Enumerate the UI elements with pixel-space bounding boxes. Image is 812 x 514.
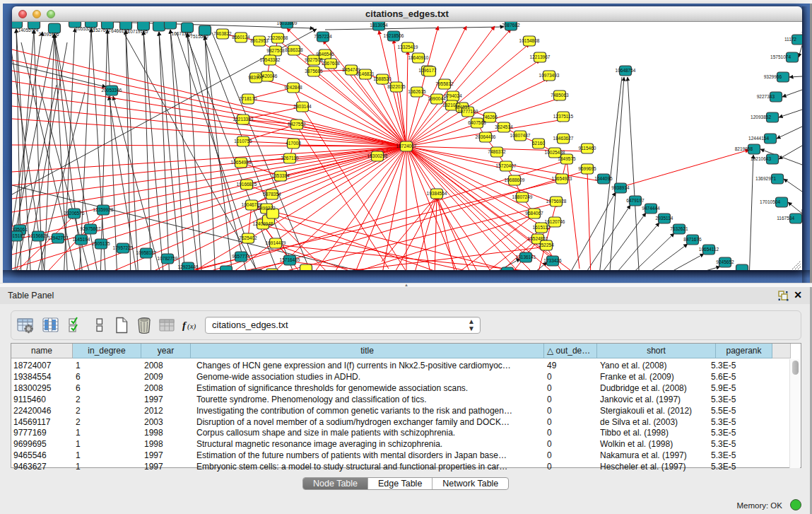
- svg-text:23226058: 23226058: [268, 35, 288, 40]
- svg-text:9657771: 9657771: [232, 254, 250, 259]
- svg-text:9827508: 9827508: [266, 48, 285, 53]
- svg-text:6407568: 6407568: [468, 120, 486, 125]
- svg-text:20364436: 20364436: [476, 134, 496, 139]
- svg-text:12942757: 12942757: [48, 235, 69, 240]
- svg-text:12213967: 12213967: [530, 54, 551, 59]
- svg-text:8322035: 8322035: [387, 84, 406, 89]
- svg-text:9699695: 9699695: [578, 166, 596, 171]
- svg-text:(x): (x): [187, 322, 196, 331]
- svg-text:1362615: 1362615: [408, 89, 426, 94]
- svg-text:3624514: 3624514: [495, 124, 513, 129]
- svg-text:20091406: 20091406: [39, 32, 59, 37]
- svg-text:62160: 62160: [532, 141, 545, 146]
- svg-text:18724007: 18724007: [396, 144, 417, 148]
- svg-text:9242848: 9242848: [284, 85, 302, 90]
- svg-text:1096177: 1096177: [418, 68, 437, 73]
- svg-text:12359928: 12359928: [93, 207, 114, 212]
- svg-text:2935114: 2935114: [656, 216, 673, 221]
- svg-text:10210643: 10210643: [751, 156, 771, 161]
- svg-text:20053346: 20053346: [102, 88, 122, 93]
- svg-text:9245652: 9245652: [716, 259, 734, 264]
- svg-text:9329966: 9329966: [764, 74, 782, 79]
- svg-text:18463627: 18463627: [553, 136, 574, 141]
- svg-text:1813054: 1813054: [370, 23, 388, 28]
- svg-text:18300295: 18300295: [367, 153, 388, 158]
- svg-text:2803144: 2803144: [293, 104, 312, 109]
- svg-text:2367608: 2367608: [322, 61, 340, 66]
- svg-text:7463822: 7463822: [213, 31, 232, 36]
- svg-text:10782759: 10782759: [158, 256, 178, 261]
- svg-text:12375115: 12375115: [553, 114, 574, 119]
- svg-text:12444154: 12444154: [748, 136, 769, 141]
- svg-text:5878354: 5878354: [263, 192, 281, 197]
- svg-text:15716485: 15716485: [280, 257, 300, 262]
- svg-text:746266: 746266: [482, 115, 498, 119]
- svg-text:11172: 11172: [784, 37, 796, 42]
- svg-text:5498222: 5498222: [257, 206, 276, 211]
- svg-text:10154808: 10154808: [519, 38, 540, 43]
- svg-text:8427552: 8427552: [288, 122, 306, 127]
- svg-text:16033809: 16033809: [277, 22, 298, 25]
- svg-text:10688609: 10688609: [505, 177, 525, 182]
- svg-text:10654112: 10654112: [699, 247, 719, 252]
- svg-text:14055724: 14055724: [18, 28, 39, 33]
- svg-text:3267110: 3267110: [281, 156, 299, 160]
- svg-text:7486372: 7486372: [488, 149, 506, 154]
- svg-text:13654923: 13654923: [552, 176, 572, 181]
- svg-text:1733426: 1733426: [543, 258, 562, 263]
- svg-text:7632621: 7632621: [670, 226, 688, 231]
- svg-text:16671355: 16671355: [172, 31, 192, 36]
- svg-text:1010755: 1010755: [234, 139, 252, 144]
- svg-text:13692971: 13692971: [755, 176, 776, 181]
- svg-text:19384554: 19384554: [427, 191, 447, 196]
- svg-text:10543382: 10543382: [260, 57, 281, 62]
- svg-text:1167534: 1167534: [777, 216, 794, 221]
- svg-text:8471676: 8471676: [683, 237, 702, 242]
- svg-text:12923446: 12923446: [178, 264, 199, 269]
- svg-text:12409948: 12409948: [253, 221, 273, 226]
- svg-text:12093852: 12093852: [751, 115, 771, 119]
- svg-text:6479197: 6479197: [626, 198, 645, 203]
- svg-text:12156829: 12156829: [28, 233, 49, 238]
- svg-text:17010504: 17010504: [760, 199, 780, 204]
- svg-text:7485063: 7485063: [551, 93, 569, 98]
- svg-text:9938914: 9938914: [611, 185, 630, 190]
- svg-text:2505135: 2505135: [92, 241, 110, 246]
- svg-text:19218506: 19218506: [384, 33, 404, 38]
- svg-text:14524851: 14524851: [528, 236, 548, 241]
- svg-text:1644095: 1644095: [594, 176, 613, 181]
- svg-text:10807487: 10807487: [510, 133, 531, 138]
- svg-text:9227343: 9227343: [757, 94, 775, 99]
- svg-text:18640910: 18640910: [408, 55, 429, 60]
- svg-text:7955812: 7955812: [435, 81, 454, 86]
- svg-text:9327508: 9327508: [305, 57, 323, 62]
- svg-text:1145194: 1145194: [73, 237, 90, 242]
- svg-text:9474444: 9474444: [642, 206, 660, 211]
- svg-text:1990044: 1990044: [428, 96, 446, 101]
- svg-text:7357224: 7357224: [314, 34, 332, 39]
- svg-text:19777169: 19777169: [458, 109, 478, 114]
- svg-text:10719185: 10719185: [128, 29, 148, 34]
- svg-text:8186328: 8186328: [285, 47, 303, 52]
- svg-text:417008: 417008: [286, 141, 301, 146]
- svg-text:14136141: 14136141: [516, 255, 536, 259]
- svg-text:9146821: 9146821: [356, 71, 375, 76]
- svg-text:10958187: 10958187: [136, 250, 157, 255]
- svg-text:7625402: 7625402: [239, 235, 257, 240]
- svg-text:f: f: [182, 320, 187, 331]
- svg-text:3915181: 3915181: [12, 233, 25, 238]
- svg-text:252254: 252254: [539, 243, 554, 247]
- svg-text:19166825: 19166825: [237, 182, 257, 187]
- svg-text:19756928: 19756928: [546, 199, 567, 204]
- svg-text:10648754: 10648754: [616, 68, 636, 73]
- svg-text:8219958: 8219958: [735, 146, 753, 151]
- svg-text:16914479: 16914479: [266, 240, 286, 245]
- svg-text:2087682: 2087682: [502, 23, 520, 28]
- svg-text:10973493: 10973493: [539, 73, 560, 78]
- svg-text:15720407: 15720407: [496, 163, 517, 168]
- svg-text:2718170: 2718170: [239, 96, 257, 101]
- svg-text:17957225: 17957225: [113, 245, 134, 250]
- svg-text:7515540: 7515540: [190, 34, 208, 39]
- svg-text:1527602: 1527602: [93, 28, 111, 33]
- svg-text:10025438: 10025438: [545, 150, 565, 155]
